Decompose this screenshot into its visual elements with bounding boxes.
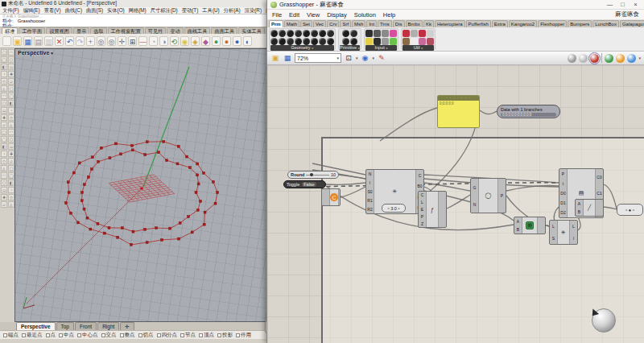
osnap-item[interactable]: 交点 — [101, 332, 117, 339]
category-tab[interactable]: LunchBox — [592, 20, 619, 27]
osnap-item[interactable]: 停用 — [236, 332, 251, 339]
tool-palette-icon[interactable]: ▢ — [1, 129, 7, 135]
pan-icon[interactable]: ✛ — [118, 36, 126, 46]
tool-palette-icon[interactable]: ◇ — [1, 158, 7, 164]
save-icon[interactable]: ▦ — [23, 36, 32, 46]
category-tab[interactable]: Dis — [393, 20, 405, 27]
menu-item[interactable]: 网格(M) — [129, 7, 147, 14]
component-icon[interactable] — [287, 38, 294, 45]
tool-palette-icon[interactable]: ◔ — [8, 187, 14, 193]
minimize-button[interactable]: — — [605, 0, 615, 9]
slider-handle[interactable] — [310, 173, 313, 176]
menu-item[interactable]: 尺寸标注(D) — [151, 7, 178, 14]
render-icon[interactable]: ◑ — [159, 36, 168, 46]
input-port[interactable]: Z — [419, 221, 426, 226]
zoom-level-select[interactable]: 72% ▾ — [295, 53, 341, 63]
open-folder-icon[interactable]: ▣ — [13, 36, 22, 46]
menu-item[interactable]: 分析(A) — [224, 7, 241, 14]
osnap-item[interactable]: 最近点 — [22, 332, 43, 339]
category-tab[interactable]: Galapagos — [620, 20, 644, 27]
osnap-checkbox[interactable] — [59, 333, 63, 337]
tool-palette-icon[interactable]: ◬ — [1, 85, 7, 92]
osnap-checkbox[interactable] — [46, 333, 50, 337]
input-port[interactable]: P — [419, 214, 426, 219]
preview-shaded-red-icon[interactable] — [590, 54, 599, 63]
menu-item[interactable]: 文件(F) — [2, 7, 19, 14]
input-port[interactable]: G — [471, 185, 478, 190]
input-port[interactable]: R2 — [366, 207, 374, 212]
menu-item[interactable]: 工具(U) — [202, 7, 219, 14]
zoom-window-icon[interactable]: ◎ — [107, 36, 116, 46]
tool-palette-icon[interactable]: ◠ — [1, 172, 7, 179]
tool-palette-icon[interactable]: ✚ — [1, 114, 7, 121]
component-body[interactable]: ◯ — [478, 179, 498, 213]
toolbar-tab[interactable]: 工作平面 — [19, 27, 45, 34]
delete-icon[interactable]: ✕ — [55, 36, 64, 46]
tool-palette-icon[interactable]: ▱ — [1, 122, 7, 128]
tool-palette-icon[interactable]: ✚ — [8, 71, 14, 77]
output-port[interactable]: L — [570, 224, 577, 229]
preview-blue-icon[interactable] — [627, 54, 636, 63]
tool-palette-icon[interactable]: ◯ — [8, 93, 14, 99]
category-tab[interactable]: Bmbx — [406, 20, 423, 27]
tool-palette-icon[interactable]: ▭ — [8, 64, 14, 70]
tool-palette-icon[interactable]: ▢ — [8, 165, 14, 172]
input-port[interactable]: t — [559, 181, 567, 186]
component-icon[interactable] — [342, 30, 349, 37]
tool-palette-icon[interactable]: ◬ — [8, 122, 14, 128]
menu-item[interactable]: 曲面(S) — [86, 7, 103, 14]
viewport-tab[interactable]: Perspective — [16, 322, 56, 330]
toolbar-tab[interactable]: 实体工具 — [238, 27, 265, 34]
yellow-panel[interactable]: · · · · · · ·0;0;0;0;0 — [437, 95, 480, 128]
tool-palette-icon[interactable]: ⬡ — [1, 100, 7, 106]
input-port[interactable]: L — [550, 224, 557, 229]
input-port[interactable]: D2 — [559, 210, 567, 215]
tool-palette-icon[interactable]: ◠ — [8, 129, 14, 135]
toolbar-tab[interactable]: 选取 — [90, 27, 106, 34]
gem-icon[interactable]: ◆ — [201, 36, 210, 46]
osnap-checkbox[interactable] — [77, 333, 81, 337]
toggle-value[interactable]: False — [302, 182, 316, 187]
component-icon[interactable] — [342, 38, 349, 45]
tool-palette-icon[interactable]: ▭ — [1, 187, 7, 193]
component-icon[interactable] — [319, 30, 326, 37]
component-body[interactable]: ▦ — [522, 217, 538, 233]
component-icon[interactable] — [327, 30, 334, 37]
toolbar-tab[interactable]: 工作视窗配置 — [108, 27, 144, 34]
osnap-checkbox[interactable] — [236, 333, 240, 337]
script-component[interactable]: CLEPZƒ — [418, 191, 447, 228]
toolbar-tab[interactable]: 可见性 — [145, 27, 167, 34]
component-icon[interactable] — [279, 30, 286, 37]
category-tab[interactable]: Trns — [378, 20, 392, 27]
data-param-viewer[interactable]: Data with 1 branches0;0;0;0;0;0;0;0;0;0 — [497, 105, 560, 118]
category-tab[interactable]: Srf — [340, 20, 351, 27]
lock-icon[interactable]: ◈ — [191, 36, 200, 46]
component-icon[interactable] — [382, 30, 389, 37]
component-body[interactable]: ╱ — [583, 200, 596, 216]
output-port[interactable]: B0 — [416, 184, 423, 188]
tool-palette-icon[interactable]: ◔ — [1, 71, 7, 77]
category-tab[interactable]: Heteroptera — [435, 20, 465, 27]
osnap-checkbox[interactable] — [199, 333, 203, 337]
tool-palette-icon[interactable]: ◧ — [8, 100, 14, 106]
tool-palette-icon[interactable]: ✚ — [1, 194, 7, 200]
osnap-checkbox[interactable] — [101, 333, 105, 337]
input-port[interactable]: N — [471, 202, 478, 207]
component-icon[interactable] — [411, 30, 418, 37]
zoom-icon[interactable]: ◎ — [97, 36, 105, 46]
component-icon[interactable] — [327, 38, 334, 45]
viewport-tab[interactable]: ✛ — [120, 322, 134, 330]
rhino-viewport[interactable]: Perspective▾ — [14, 48, 270, 322]
input-port[interactable]: E — [419, 207, 426, 212]
component-body[interactable]: C — [329, 189, 339, 205]
print-icon[interactable]: ▤ — [34, 36, 43, 46]
component-icon[interactable] — [411, 38, 418, 45]
colour-component[interactable]: C — [321, 188, 341, 206]
osnap-checkbox[interactable] — [120, 333, 124, 337]
menu-item[interactable]: 曲线(C) — [65, 7, 82, 14]
menu-item[interactable]: 实体(O) — [107, 7, 125, 14]
viewport-tab[interactable]: Right — [97, 322, 119, 330]
output-port[interactable]: C1 — [596, 191, 603, 196]
tool-palette-icon[interactable]: ⬡ — [8, 56, 14, 63]
tool-palette-icon[interactable]: ⬡ — [1, 180, 7, 186]
